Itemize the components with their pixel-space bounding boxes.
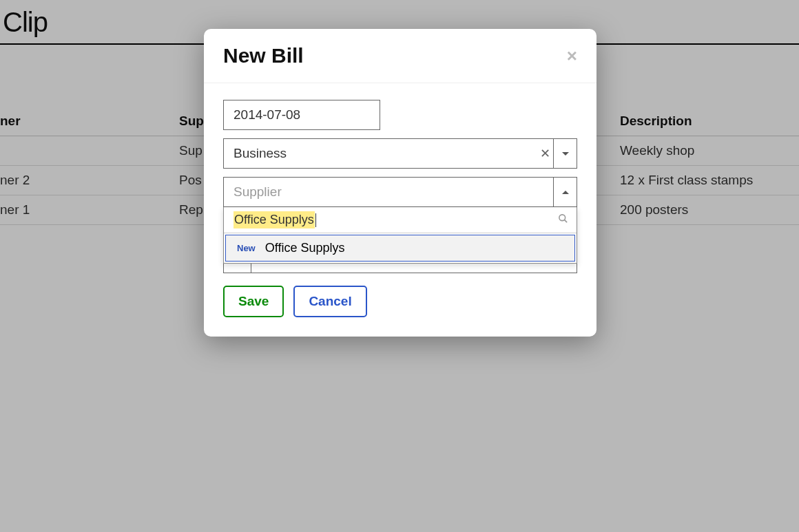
svg-point-0 — [559, 215, 565, 221]
text-cursor — [315, 213, 316, 227]
supplier-select-wrapper: Supplier Office Supplys — [223, 177, 577, 207]
svg-line-1 — [564, 220, 567, 222]
supplier-option-label: Office Supplys — [265, 241, 345, 255]
modal-body: 2014-07-08 Business ✕ Supplier Office Su… — [204, 83, 596, 337]
new-bill-modal: New Bill × 2014-07-08 Business ✕ Supplie… — [204, 29, 596, 337]
modal-header: New Bill × — [204, 29, 596, 83]
supplier-option-new[interactable]: New Office Supplys — [225, 235, 575, 262]
supplier-search-row: Office Supplys — [224, 207, 577, 233]
supplier-search-value: Office Supplys — [234, 211, 315, 228]
supplier-select[interactable]: Supplier — [223, 177, 577, 207]
category-select[interactable]: Business ✕ — [223, 138, 577, 169]
search-icon — [558, 213, 571, 226]
supplier-dropdown: Office Supplys New Office Supplys — [223, 207, 577, 264]
new-badge: New — [237, 243, 256, 253]
supplier-search-input[interactable]: Office Supplys — [229, 210, 558, 230]
date-input[interactable]: 2014-07-08 — [223, 100, 380, 130]
chevron-up-icon[interactable] — [553, 178, 577, 206]
cancel-button[interactable]: Cancel — [293, 286, 366, 317]
clear-icon[interactable]: ✕ — [537, 139, 553, 168]
date-value: 2014-07-08 — [234, 107, 300, 123]
modal-title: New Bill — [223, 44, 304, 67]
category-value: Business — [224, 139, 537, 168]
save-button[interactable]: Save — [223, 286, 284, 317]
modal-footer: Save Cancel — [223, 286, 577, 317]
supplier-placeholder: Supplier — [224, 178, 553, 206]
close-icon[interactable]: × — [567, 47, 577, 65]
chevron-down-icon[interactable] — [553, 139, 577, 168]
